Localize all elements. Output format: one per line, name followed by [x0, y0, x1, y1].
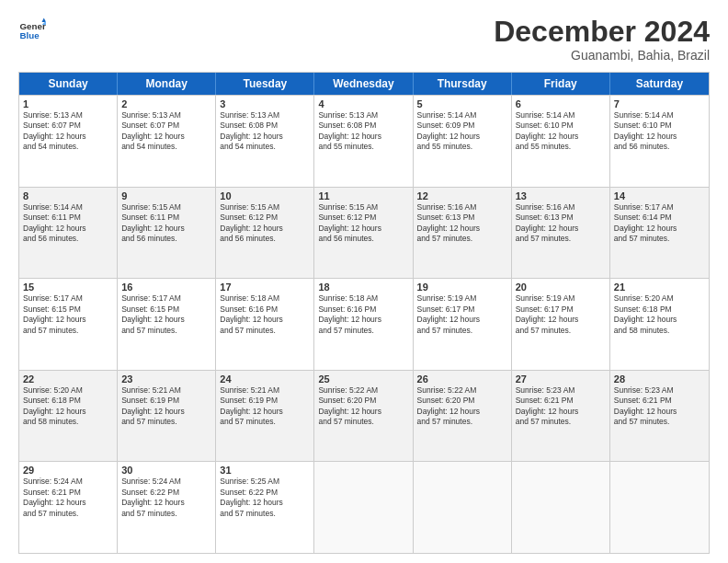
day-info: Sunrise: 5:13 AM Sunset: 6:08 PM Dayligh…: [318, 110, 408, 153]
day-info: Sunrise: 5:15 AM Sunset: 6:12 PM Dayligh…: [318, 202, 408, 245]
day-number: 3: [220, 98, 310, 109]
day-info: Sunrise: 5:14 AM Sunset: 6:11 PM Dayligh…: [23, 202, 113, 245]
day-number: 24: [220, 373, 310, 385]
day-number: 16: [121, 282, 211, 293]
day-number: 6: [516, 98, 606, 109]
day-info: Sunrise: 5:22 AM Sunset: 6:20 PM Dayligh…: [417, 385, 507, 428]
header-day-thursday: Thursday: [414, 73, 512, 95]
calendar-week-4: 22Sunrise: 5:20 AM Sunset: 6:18 PM Dayli…: [19, 370, 709, 462]
day-cell-14: 14Sunrise: 5:17 AM Sunset: 6:14 PM Dayli…: [610, 188, 709, 279]
day-number: 14: [614, 190, 705, 201]
day-info: Sunrise: 5:18 AM Sunset: 6:16 PM Dayligh…: [318, 293, 408, 336]
day-number: 10: [220, 190, 310, 201]
day-info: Sunrise: 5:20 AM Sunset: 6:18 PM Dayligh…: [23, 385, 113, 428]
day-number: 29: [23, 465, 113, 476]
day-cell-24: 24Sunrise: 5:21 AM Sunset: 6:19 PM Dayli…: [216, 371, 314, 462]
day-cell-10: 10Sunrise: 5:15 AM Sunset: 6:12 PM Dayli…: [216, 188, 314, 279]
day-info: Sunrise: 5:23 AM Sunset: 6:21 PM Dayligh…: [516, 385, 606, 428]
day-info: Sunrise: 5:21 AM Sunset: 6:19 PM Dayligh…: [121, 385, 211, 428]
day-cell-13: 13Sunrise: 5:16 AM Sunset: 6:13 PM Dayli…: [512, 188, 610, 279]
day-info: Sunrise: 5:25 AM Sunset: 6:22 PM Dayligh…: [220, 477, 310, 519]
svg-text:Blue: Blue: [20, 30, 40, 40]
day-info: Sunrise: 5:13 AM Sunset: 6:08 PM Dayligh…: [220, 110, 310, 153]
day-number: 1: [23, 98, 113, 109]
day-cell-2: 2Sunrise: 5:13 AM Sunset: 6:07 PM Daylig…: [118, 96, 216, 187]
day-cell-19: 19Sunrise: 5:19 AM Sunset: 6:17 PM Dayli…: [414, 279, 512, 370]
day-cell-26: 26Sunrise: 5:22 AM Sunset: 6:20 PM Dayli…: [414, 371, 512, 462]
day-number: 12: [417, 190, 507, 201]
day-cell-16: 16Sunrise: 5:17 AM Sunset: 6:15 PM Dayli…: [118, 279, 216, 370]
day-info: Sunrise: 5:14 AM Sunset: 6:09 PM Dayligh…: [417, 110, 507, 153]
logo: General Blue: [18, 17, 46, 44]
day-cell-17: 17Sunrise: 5:18 AM Sunset: 6:16 PM Dayli…: [216, 279, 314, 370]
day-cell-9: 9Sunrise: 5:15 AM Sunset: 6:11 PM Daylig…: [118, 188, 216, 279]
day-number: 8: [23, 190, 113, 201]
header-day-wednesday: Wednesday: [314, 73, 413, 95]
day-cell-8: 8Sunrise: 5:14 AM Sunset: 6:11 PM Daylig…: [19, 188, 118, 279]
day-info: Sunrise: 5:24 AM Sunset: 6:21 PM Dayligh…: [23, 477, 113, 519]
day-cell-20: 20Sunrise: 5:19 AM Sunset: 6:17 PM Dayli…: [512, 279, 610, 370]
subtitle: Guanambi, Bahia, Brazil: [494, 48, 710, 63]
day-cell-30: 30Sunrise: 5:24 AM Sunset: 6:22 PM Dayli…: [118, 462, 216, 553]
day-info: Sunrise: 5:16 AM Sunset: 6:13 PM Dayligh…: [417, 202, 507, 245]
header-day-monday: Monday: [118, 73, 216, 95]
header: General Blue December 2024 Guanambi, Bah…: [18, 17, 710, 63]
day-number: 21: [614, 282, 705, 293]
day-info: Sunrise: 5:14 AM Sunset: 6:10 PM Dayligh…: [614, 110, 705, 153]
day-number: 22: [23, 373, 113, 385]
header-day-friday: Friday: [512, 73, 610, 95]
empty-cell: [414, 462, 512, 553]
calendar-body: 1Sunrise: 5:13 AM Sunset: 6:07 PM Daylig…: [19, 95, 709, 553]
day-info: Sunrise: 5:22 AM Sunset: 6:20 PM Dayligh…: [318, 385, 408, 428]
empty-cell: [512, 462, 610, 553]
day-info: Sunrise: 5:15 AM Sunset: 6:11 PM Dayligh…: [121, 202, 211, 245]
day-info: Sunrise: 5:13 AM Sunset: 6:07 PM Dayligh…: [23, 110, 113, 153]
day-number: 11: [318, 190, 408, 201]
logo-icon: General Blue: [18, 17, 46, 44]
day-info: Sunrise: 5:23 AM Sunset: 6:21 PM Dayligh…: [614, 385, 705, 428]
day-number: 20: [516, 282, 606, 293]
day-number: 7: [614, 98, 705, 109]
calendar-week-2: 8Sunrise: 5:14 AM Sunset: 6:11 PM Daylig…: [19, 187, 709, 279]
day-info: Sunrise: 5:13 AM Sunset: 6:07 PM Dayligh…: [121, 110, 211, 153]
day-number: 23: [121, 373, 211, 385]
day-number: 18: [318, 282, 408, 293]
day-number: 25: [318, 373, 408, 385]
day-number: 28: [614, 373, 705, 385]
header-day-saturday: Saturday: [610, 73, 709, 95]
day-info: Sunrise: 5:19 AM Sunset: 6:17 PM Dayligh…: [516, 293, 606, 336]
day-number: 19: [417, 282, 507, 293]
calendar-header: SundayMondayTuesdayWednesdayThursdayFrid…: [19, 73, 709, 95]
day-cell-21: 21Sunrise: 5:20 AM Sunset: 6:18 PM Dayli…: [610, 279, 709, 370]
day-cell-18: 18Sunrise: 5:18 AM Sunset: 6:16 PM Dayli…: [314, 279, 413, 370]
day-info: Sunrise: 5:15 AM Sunset: 6:12 PM Dayligh…: [220, 202, 310, 245]
day-number: 5: [417, 98, 507, 109]
day-cell-7: 7Sunrise: 5:14 AM Sunset: 6:10 PM Daylig…: [610, 96, 709, 187]
day-number: 27: [516, 373, 606, 385]
day-cell-5: 5Sunrise: 5:14 AM Sunset: 6:09 PM Daylig…: [414, 96, 512, 187]
day-number: 13: [516, 190, 606, 201]
day-number: 26: [417, 373, 507, 385]
header-day-tuesday: Tuesday: [216, 73, 314, 95]
day-number: 31: [220, 465, 310, 476]
day-number: 30: [121, 465, 211, 476]
day-info: Sunrise: 5:14 AM Sunset: 6:10 PM Dayligh…: [516, 110, 606, 153]
day-cell-1: 1Sunrise: 5:13 AM Sunset: 6:07 PM Daylig…: [19, 96, 118, 187]
day-cell-23: 23Sunrise: 5:21 AM Sunset: 6:19 PM Dayli…: [118, 371, 216, 462]
day-cell-29: 29Sunrise: 5:24 AM Sunset: 6:21 PM Dayli…: [19, 462, 118, 553]
day-cell-15: 15Sunrise: 5:17 AM Sunset: 6:15 PM Dayli…: [19, 279, 118, 370]
day-info: Sunrise: 5:21 AM Sunset: 6:19 PM Dayligh…: [220, 385, 310, 428]
calendar: SundayMondayTuesdayWednesdayThursdayFrid…: [18, 72, 710, 554]
empty-cell: [314, 462, 413, 553]
day-info: Sunrise: 5:16 AM Sunset: 6:13 PM Dayligh…: [516, 202, 606, 245]
day-cell-27: 27Sunrise: 5:23 AM Sunset: 6:21 PM Dayli…: [512, 371, 610, 462]
day-info: Sunrise: 5:19 AM Sunset: 6:17 PM Dayligh…: [417, 293, 507, 336]
calendar-week-1: 1Sunrise: 5:13 AM Sunset: 6:07 PM Daylig…: [19, 95, 709, 187]
day-info: Sunrise: 5:18 AM Sunset: 6:16 PM Dayligh…: [220, 293, 310, 336]
day-cell-11: 11Sunrise: 5:15 AM Sunset: 6:12 PM Dayli…: [314, 188, 413, 279]
day-cell-22: 22Sunrise: 5:20 AM Sunset: 6:18 PM Dayli…: [19, 371, 118, 462]
day-info: Sunrise: 5:17 AM Sunset: 6:15 PM Dayligh…: [121, 293, 211, 336]
header-day-sunday: Sunday: [19, 73, 118, 95]
day-cell-31: 31Sunrise: 5:25 AM Sunset: 6:22 PM Dayli…: [216, 462, 314, 553]
day-info: Sunrise: 5:24 AM Sunset: 6:22 PM Dayligh…: [121, 477, 211, 519]
